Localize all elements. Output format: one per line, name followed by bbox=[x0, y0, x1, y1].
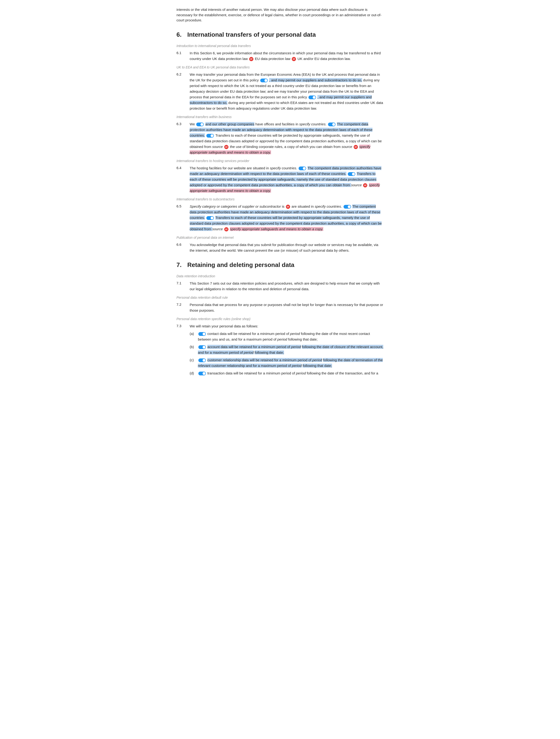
item-6-4: 6.4 The hosting facilities for our websi… bbox=[176, 165, 384, 193]
subtitle-6-business: International transfers within business bbox=[176, 115, 384, 120]
item-7-1-num: 7.1 bbox=[176, 281, 186, 292]
sub-d-text1: transaction data will be retained for a … bbox=[207, 371, 296, 375]
toggle-7-3-c[interactable] bbox=[198, 358, 206, 362]
item-6-1-text-mid1: EU data protection law bbox=[255, 57, 290, 61]
item-6-5-text2: are situated in bbox=[292, 204, 315, 208]
toggle-6-5-a[interactable] bbox=[343, 205, 351, 208]
item-6-5-text1: is bbox=[282, 204, 285, 208]
sub-b-highlight: account data will be retained for a mini… bbox=[207, 345, 291, 349]
item-6-5: 6.5 Specify category or categories of su… bbox=[176, 204, 384, 232]
toggle-7-3-b[interactable] bbox=[198, 345, 206, 349]
toggle-6-4-a[interactable] bbox=[299, 166, 306, 170]
item-6-5-highlight2: specify appropriate safeguards and means… bbox=[230, 227, 323, 231]
sub-item-d: (d) transaction data will be retained fo… bbox=[190, 371, 384, 376]
item-6-5-content: Specify category or categories of suppli… bbox=[190, 204, 384, 232]
sub-a-text1: contact data will be retained for a mini… bbox=[207, 332, 290, 336]
sub-label-c: (c) bbox=[190, 357, 195, 363]
toggle-6-3-a[interactable] bbox=[196, 123, 204, 126]
sub-content-a: contact data will be retained for a mini… bbox=[198, 331, 384, 342]
subtitle-6-hosting: International transfers to hosting servi… bbox=[176, 159, 384, 163]
item-6-3-text1: We bbox=[190, 122, 196, 126]
sub-content-c: customer relationship data will be retai… bbox=[198, 357, 384, 368]
item-6-4-italic1: specify countries. bbox=[270, 166, 297, 170]
sub-content-d: transaction data will be retained for a … bbox=[198, 371, 384, 376]
sub-item-b: (b) account data will be retained for a … bbox=[190, 344, 384, 355]
sub-c-highlight: customer relationship data will be retai… bbox=[207, 358, 312, 362]
toggle-7-3-d[interactable] bbox=[198, 372, 206, 376]
or-badge-6-4: or bbox=[363, 183, 367, 187]
item-7-2-content: Personal data that we process for any pu… bbox=[190, 302, 384, 313]
section7-num: 7. bbox=[176, 260, 183, 270]
sub-c-italic2: period bbox=[292, 363, 302, 367]
item-6-5-italic2: specify countries. bbox=[315, 204, 342, 208]
item-7-3-intro: We will retain your personal data as fol… bbox=[190, 324, 258, 328]
item-6-3-italic3: source bbox=[342, 145, 352, 149]
item-7-2-num: 7.2 bbox=[176, 302, 186, 313]
sub-a-italic1: period bbox=[290, 332, 300, 336]
subtitle-6-uk-eea: UK to EEA and EEA to UK personal data tr… bbox=[176, 65, 384, 70]
sub-d-italic1: period bbox=[296, 371, 306, 375]
sub-b-italic2: period bbox=[244, 350, 254, 354]
sub-b-text3: following that date; bbox=[255, 350, 284, 354]
item-6-5-italic1: Specify category or categories of suppli… bbox=[190, 204, 281, 208]
item-6-2: 6.2 We may transfer your personal data f… bbox=[176, 72, 384, 111]
item-6-1-num: 6.1 bbox=[176, 50, 186, 61]
sub-a-italic2: period bbox=[277, 337, 287, 341]
section7-title: Retaining and deleting personal data bbox=[187, 260, 294, 270]
item-7-1: 7.1 This Section 7 sets out our data ret… bbox=[176, 281, 384, 292]
item-6-5-num: 6.5 bbox=[176, 204, 186, 232]
item-6-1: 6.1 In this Section 6, we provide inform… bbox=[176, 50, 384, 61]
or-badge-6-3: or bbox=[224, 145, 229, 149]
toggle-6-3-c[interactable] bbox=[206, 134, 214, 138]
or-badge-6-5a: or bbox=[286, 204, 290, 209]
item-6-4-content: The hosting facilities for our website a… bbox=[190, 165, 384, 193]
sub-content-b: account data will be retained for a mini… bbox=[198, 344, 384, 355]
section6-heading: 6. International transfers of your perso… bbox=[176, 30, 384, 39]
item-6-3-content: We and our other group companies have of… bbox=[190, 121, 384, 155]
item-6-2-num: 6.2 bbox=[176, 72, 186, 111]
toggle-6-2-a[interactable] bbox=[260, 79, 268, 82]
section6-num: 6. bbox=[176, 30, 183, 39]
sub-c-italic1: period bbox=[312, 358, 322, 362]
item-6-3-highlight1: and our other group companies bbox=[205, 122, 254, 126]
toggle-6-3-b[interactable] bbox=[328, 123, 335, 126]
subtitle-7-specific: Personal data retention specific rules (… bbox=[176, 317, 384, 321]
item-6-5-italic3: source bbox=[212, 227, 223, 231]
toggle-6-5-b[interactable] bbox=[206, 216, 214, 220]
sub-label-a: (a) bbox=[190, 331, 195, 336]
subtitle-6-subcontractors: International transfers to subcontractor… bbox=[176, 197, 384, 202]
subtitle-6-intro: Introduction to international personal d… bbox=[176, 43, 384, 48]
item-6-6-content: You acknowledge that personal data that … bbox=[190, 242, 384, 253]
toggle-6-4-b[interactable] bbox=[348, 172, 355, 176]
item-7-3-sublist: (a) contact data will be retained for a … bbox=[190, 331, 384, 376]
item-6-3-text4: the use of binding corporate rules, a co… bbox=[230, 145, 341, 149]
item-6-1-text-mid2: UK and/or EU data protection law. bbox=[297, 57, 351, 61]
sub-label-d: (d) bbox=[190, 371, 195, 376]
or-badge-6-5b: or bbox=[224, 227, 229, 232]
item-7-3: 7.3 We will retain your personal data as… bbox=[176, 323, 384, 378]
item-6-3: 6.3 We and our other group companies hav… bbox=[176, 121, 384, 155]
sub-item-c: (c) customer relationship data will be r… bbox=[190, 357, 384, 368]
sub-item-a: (a) contact data will be retained for a … bbox=[190, 331, 384, 342]
toggle-7-3-a[interactable] bbox=[198, 332, 206, 336]
toggle-6-2-b[interactable] bbox=[308, 96, 316, 99]
section7-heading: 7. Retaining and deleting personal data bbox=[176, 260, 384, 270]
sub-b-italic1: period bbox=[291, 345, 301, 349]
sub-label-b: (b) bbox=[190, 344, 195, 350]
item-7-1-content: This Section 7 sets out our data retenti… bbox=[190, 281, 384, 292]
or-badge-1: or bbox=[249, 57, 253, 61]
item-6-1-content: In this Section 6, we provide informatio… bbox=[190, 50, 384, 61]
item-7-2: 7.2 Personal data that we process for an… bbox=[176, 302, 384, 313]
item-7-3-content: We will retain your personal data as fol… bbox=[190, 323, 384, 378]
intro-paragraph: interests or the vital interests of anot… bbox=[176, 7, 384, 23]
item-6-4-text1: The hosting facilities for our website a… bbox=[190, 166, 270, 170]
sub-a-text3: following that date; bbox=[288, 337, 318, 341]
item-6-3-italic1: specify countries. bbox=[299, 122, 326, 126]
section6-title: International transfers of your personal… bbox=[187, 30, 316, 39]
subtitle-7-intro: Data retention introduction bbox=[176, 274, 384, 279]
item-6-6: 6.6 You acknowledge that personal data t… bbox=[176, 242, 384, 253]
item-6-2-content: We may transfer your personal data from … bbox=[190, 72, 384, 111]
subtitle-7-default: Personal data retention default rule bbox=[176, 295, 384, 300]
item-6-2-highlight1: , and may permit our suppliers and subco… bbox=[269, 78, 362, 82]
item-6-4-italic2: source bbox=[351, 183, 362, 187]
